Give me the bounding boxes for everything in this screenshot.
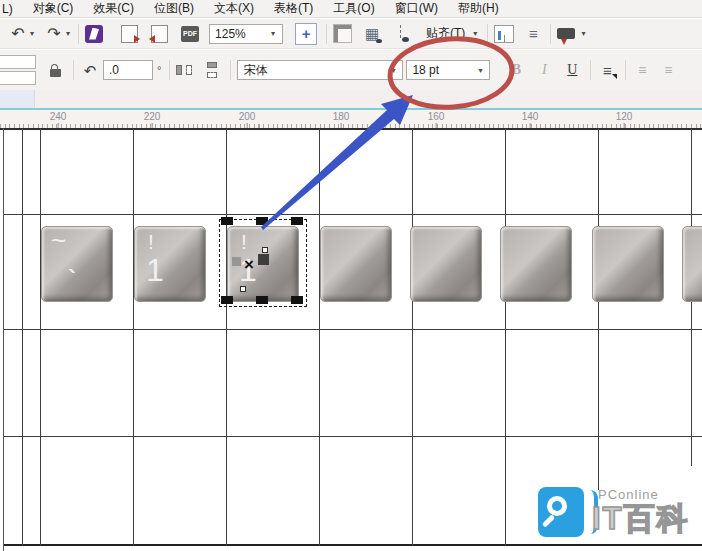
presenter-icon[interactable] (557, 28, 575, 39)
propbar-separator (590, 60, 591, 80)
guidelines-visibility-icon[interactable] (391, 24, 411, 44)
grid-line-h (0, 128, 702, 130)
rulers-toggle-icon[interactable] (333, 24, 352, 43)
selection-node[interactable] (262, 247, 268, 253)
menu-item-window[interactable]: 窗口(W) (395, 0, 438, 17)
watermark: PConline IT百科 (538, 485, 702, 543)
selection-fill-handle[interactable] (232, 257, 241, 266)
grid-line-v (40, 128, 41, 546)
snap-to-button[interactable]: 贴齐(T) ▾ (426, 25, 479, 42)
grid-line-v (226, 128, 227, 546)
selection-handle[interactable] (221, 296, 233, 304)
snap-to-dropdown-icon[interactable]: ▾ (473, 29, 477, 38)
pan-zoom-icon[interactable]: + (295, 23, 317, 45)
font-size-combo[interactable]: 18 pt ▾ (406, 60, 490, 80)
toolbar-separator (550, 24, 551, 44)
drop-cap-icon[interactable]: ≡ (658, 60, 678, 80)
key-glyph-bottom: ` (68, 267, 76, 291)
presenter-dropdown-icon[interactable]: ▾ (581, 29, 585, 38)
grid-line-v (598, 128, 599, 490)
key-blank[interactable] (592, 226, 664, 302)
zoom-level-combo[interactable]: 125% ▾ (209, 24, 283, 44)
redo-dropdown-icon[interactable]: ▾ (66, 29, 70, 38)
ruler-label: 200 (239, 111, 256, 122)
toolbar-separator (78, 24, 79, 44)
zoom-level-value: 125% (215, 27, 246, 41)
menu-item-effects[interactable]: 效果(C) (93, 0, 134, 17)
menu-item-help[interactable]: 帮助(H) (458, 0, 499, 17)
zoom-dropdown-icon[interactable]: ▾ (271, 29, 275, 38)
degree-symbol: ° (157, 64, 161, 76)
key-glyph-top: ! (148, 231, 154, 252)
grid-line-v (133, 128, 134, 546)
menu-item-object[interactable]: 对象(C) (33, 0, 74, 17)
coreldraw-window: L) 对象(C) 效果(C) 位图(B) 文本(X) 表格(T) 工具(O) 窗… (0, 0, 702, 551)
key-glyph-top: ~ (51, 227, 66, 253)
menu-item-bitmaps[interactable]: 位图(B) (154, 0, 194, 17)
grid-line-v (505, 128, 506, 546)
italic-button[interactable]: I (534, 62, 554, 78)
ruler-label: 140 (522, 111, 539, 122)
options-dialog-icon[interactable] (494, 25, 514, 43)
horizontal-ruler[interactable]: 240 220 200 180 160 140 120 (0, 110, 702, 128)
key-blank[interactable] (410, 226, 482, 302)
ruler-label: 160 (428, 111, 445, 122)
selection-handle[interactable] (291, 217, 303, 225)
customize-icon[interactable]: ≡ (523, 24, 543, 44)
font-family-value: 宋体 (243, 62, 267, 79)
toolbar-separator (487, 24, 488, 44)
mirror-horizontal-icon[interactable] (176, 63, 192, 77)
grid-line-h (3, 544, 702, 546)
object-size-fields: m mm (0, 55, 36, 85)
undo-icon[interactable]: ↶ (8, 24, 28, 44)
propbar-separator (73, 60, 74, 80)
toolbar-separator (326, 24, 327, 44)
object-height-field[interactable]: mm (0, 71, 36, 85)
rotate-icon[interactable]: ↶ (80, 60, 100, 80)
font-family-dropdown-icon[interactable]: ▾ (391, 66, 395, 75)
ruler-label: 120 (616, 111, 633, 122)
selection-center-x[interactable]: × (244, 256, 254, 273)
app-launcher-icon[interactable] (85, 25, 103, 43)
publish-pdf-icon[interactable]: PDF (181, 26, 199, 42)
bulleted-list-icon[interactable]: ≡ (632, 60, 652, 80)
lock-ratio-icon[interactable] (50, 69, 61, 77)
ruler-label: 240 (50, 111, 67, 122)
selection-handle[interactable] (291, 296, 303, 304)
export-icon[interactable] (151, 25, 168, 43)
selection-handle[interactable] (256, 296, 268, 304)
key-blank[interactable] (500, 226, 572, 302)
grid-visibility-icon[interactable]: ▦ (362, 24, 382, 44)
selection-node[interactable] (240, 286, 246, 292)
undo-dropdown-icon[interactable]: ▾ (30, 29, 34, 38)
menu-item-text[interactable]: 文本(X) (214, 0, 254, 17)
selection-handle[interactable] (221, 217, 233, 225)
key-blank[interactable] (682, 226, 702, 302)
grid-line-v (3, 128, 4, 551)
rotation-angle-field[interactable]: .0 (103, 60, 153, 80)
text-alignment-icon[interactable]: ≡ (597, 60, 617, 80)
key-blank[interactable] (320, 226, 392, 302)
redo-icon[interactable]: ↷ (44, 24, 64, 44)
bold-button[interactable]: B (506, 62, 526, 78)
key-1[interactable]: ! 1 (134, 226, 206, 302)
menu-item-layout-partial[interactable]: L) (2, 2, 13, 16)
import-icon[interactable] (121, 25, 138, 43)
ruler-corner (0, 90, 35, 108)
menu-item-table[interactable]: 表格(T) (274, 0, 313, 17)
menu-item-tools[interactable]: 工具(O) (333, 0, 374, 17)
propbar-separator (230, 60, 231, 80)
key-tilde[interactable]: ~ ` (41, 226, 113, 302)
font-family-combo[interactable]: 宋体 ▾ (237, 60, 403, 80)
selection-handle[interactable] (256, 217, 268, 225)
standard-toolbar: ↶ ▾ ↷ ▾ PDF 125% ▾ + ▦ 贴齐(T) ▾ ≡ ▾ (0, 19, 702, 49)
grid-line-v (22, 128, 23, 546)
pconline-logo-icon (538, 487, 584, 537)
mirror-vertical-icon[interactable] (205, 62, 219, 78)
key-glyph-bottom: 1 (146, 254, 164, 286)
propbar-separator (625, 60, 626, 80)
underline-button[interactable]: U (562, 62, 582, 78)
selection-node-dark[interactable] (258, 254, 269, 265)
object-width-field[interactable]: m (0, 55, 36, 69)
font-size-dropdown-icon[interactable]: ▾ (478, 66, 482, 75)
